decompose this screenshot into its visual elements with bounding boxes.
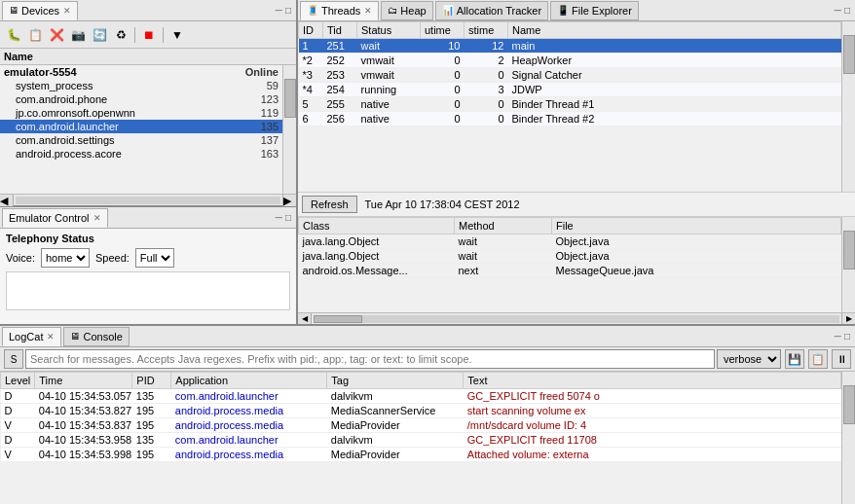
devices-panel: 🖥 Devices ✕ ─ □ 🐛 📋 ❌ 📷 🔄 ♻: [0, 0, 298, 324]
stack-h-scrollbar[interactable]: ◀ ▶: [298, 312, 855, 324]
list-item[interactable]: jp.co.omronsoft.openwnn 119: [0, 106, 282, 120]
tab-console[interactable]: 🖥 Console: [63, 327, 129, 346]
stop-logcat-btn[interactable]: ⏸: [832, 349, 851, 369]
screenshot-btn[interactable]: 📷: [68, 25, 88, 45]
scroll-right-btn[interactable]: ▶: [282, 195, 296, 206]
log-level: D: [1, 404, 35, 418]
main-layout: 🖥 Devices ✕ ─ □ 🐛 📋 ❌ 📷 🔄 ♻: [0, 0, 855, 504]
threads-scrollbar[interactable]: [841, 21, 855, 192]
table-row[interactable]: V 04-10 15:34:53.837 195 android.process…: [1, 418, 841, 433]
stack-class: android.os.Message...: [299, 264, 455, 278]
stack-file: MessageQueue.java: [552, 264, 841, 278]
minimize-btn[interactable]: ─: [276, 5, 282, 16]
logcat-search-input[interactable]: [25, 349, 715, 369]
stop-btn[interactable]: ⏹: [139, 25, 159, 45]
log-level: V: [1, 448, 35, 462]
table-row[interactable]: D 04-10 15:34:53.057 135 com.android.lau…: [1, 389, 841, 404]
more-btn[interactable]: ▼: [167, 25, 187, 45]
table-row[interactable]: D 04-10 15:34:53.958 135 com.android.lau…: [1, 433, 841, 448]
thread-name: Binder Thread #1: [508, 97, 841, 112]
tab-threads[interactable]: 🧵 Threads ✕: [300, 1, 379, 20]
debug-btn[interactable]: 🐛: [4, 25, 23, 45]
table-row[interactable]: 1 251 wait 10 12 main: [299, 39, 841, 54]
tab-file-explorer[interactable]: 📱 File Explorer: [550, 1, 639, 20]
tab-logcat[interactable]: LogCat ✕: [2, 327, 61, 346]
devices-tab-icon: 🖥: [9, 5, 19, 16]
table-row[interactable]: android.os.Message... next MessageQueue.…: [299, 264, 841, 278]
stack-method: next: [455, 264, 552, 278]
maximize-emulator-btn[interactable]: □: [285, 212, 291, 223]
stack-scroll-thumb[interactable]: [843, 231, 855, 270]
maximize-btn[interactable]: □: [285, 5, 291, 16]
col-file-header: File: [552, 218, 841, 234]
stack-scrollbar[interactable]: [841, 217, 855, 312]
list-item[interactable]: com.android.phone 123: [0, 92, 282, 106]
table-row[interactable]: *4 254 running 0 3 JDWP: [299, 83, 841, 97]
stack-scroll-right[interactable]: ▶: [841, 313, 855, 325]
thread-id: *3: [299, 68, 323, 83]
scroll-thumb[interactable]: [284, 79, 296, 118]
log-app: com.android.launcher: [171, 389, 327, 404]
tab-emulator-control[interactable]: Emulator Control ✕: [2, 208, 108, 228]
thread-status: vmwait: [357, 68, 421, 83]
logcat-scroll-thumb[interactable]: [843, 385, 855, 424]
log-text: /mnt/sdcard volume ID: 4: [464, 418, 841, 433]
table-row[interactable]: *3 253 vmwait 0 0 Signal Catcher: [299, 68, 841, 83]
verbose-select[interactable]: verbose: [717, 349, 781, 369]
minimize-right-btn[interactable]: ─: [835, 5, 841, 16]
update-heap-btn[interactable]: ♻: [111, 25, 130, 45]
table-row[interactable]: java.lang.Object wait Object.java: [299, 249, 841, 264]
h-scrollbar[interactable]: ◀ ▶: [0, 194, 296, 205]
table-row[interactable]: *2 252 vmwait 0 2 HeapWorker: [299, 54, 841, 68]
voice-select[interactable]: home: [41, 248, 90, 268]
minimize-emulator-btn[interactable]: ─: [276, 212, 282, 223]
h-scroll-track[interactable]: [16, 197, 280, 204]
table-row[interactable]: V 04-10 15:34:53.998 195 android.process…: [1, 448, 841, 462]
threads-scroll-thumb[interactable]: [843, 35, 855, 74]
device-name: emulator-5554: [4, 66, 77, 78]
thread-stime: 12: [465, 39, 508, 54]
thread-tid: 253: [323, 68, 357, 83]
logcat-clear-btn[interactable]: S: [4, 349, 23, 369]
close-devices-btn[interactable]: ✕: [63, 6, 71, 16]
col-id-header: ID: [299, 22, 323, 39]
close-threads-btn[interactable]: ✕: [364, 6, 372, 16]
update-threads-btn[interactable]: 🔄: [90, 25, 109, 45]
save-logcat-btn[interactable]: 💾: [785, 349, 804, 369]
refresh-button[interactable]: Refresh: [302, 196, 357, 213]
list-item[interactable]: com.android.settings 137: [0, 133, 282, 147]
tab-allocation[interactable]: 📊 Allocation Tracker: [435, 1, 548, 20]
logcat-scrollbar[interactable]: [841, 372, 855, 504]
minimize-logcat-btn[interactable]: ─: [835, 331, 841, 342]
thread-id: 1: [299, 39, 323, 54]
scroll-left-btn[interactable]: ◀: [0, 195, 14, 206]
list-item[interactable]: system_process 59: [0, 79, 282, 92]
col-app-header: Application: [171, 373, 327, 389]
tab-devices[interactable]: 🖥 Devices ✕: [2, 1, 78, 20]
devices-scrollbar[interactable]: [282, 65, 296, 194]
close-logcat-btn[interactable]: ✕: [47, 332, 55, 342]
clear-logcat-btn[interactable]: 📋: [808, 349, 828, 369]
list-item[interactable]: emulator-5554 Online: [0, 65, 282, 79]
speed-select[interactable]: Full: [135, 248, 174, 268]
devices-tab-bar: 🖥 Devices ✕ ─ □: [0, 0, 296, 21]
maximize-logcat-btn[interactable]: □: [844, 331, 850, 342]
stack-h-track[interactable]: [314, 315, 839, 323]
table-row[interactable]: 5 255 native 0 0 Binder Thread #1: [299, 97, 841, 112]
table-row[interactable]: java.lang.Object wait Object.java: [299, 234, 841, 249]
logcat-tab-bar: LogCat ✕ 🖥 Console ─ □: [0, 326, 855, 347]
process-btn[interactable]: 📋: [25, 25, 45, 45]
stack-scroll-left[interactable]: ◀: [298, 313, 312, 325]
table-row[interactable]: 6 256 native 0 0 Binder Thread #2: [299, 112, 841, 126]
stack-h-thumb[interactable]: [314, 315, 362, 323]
close-emulator-btn[interactable]: ✕: [93, 213, 101, 223]
maximize-right-btn[interactable]: □: [844, 5, 850, 16]
table-row[interactable]: D 04-10 15:34:53.827 195 android.process…: [1, 404, 841, 418]
kill-btn[interactable]: ❌: [47, 25, 66, 45]
thread-stime: 2: [465, 54, 508, 68]
app-name: com.android.settings: [16, 134, 115, 146]
tab-heap[interactable]: 🗂 Heap: [381, 1, 432, 20]
tab-allocation-label: Allocation Tracker: [457, 5, 541, 17]
list-item[interactable]: android.process.acore 163: [0, 147, 282, 161]
list-item[interactable]: com.android.launcher 135: [0, 120, 282, 133]
